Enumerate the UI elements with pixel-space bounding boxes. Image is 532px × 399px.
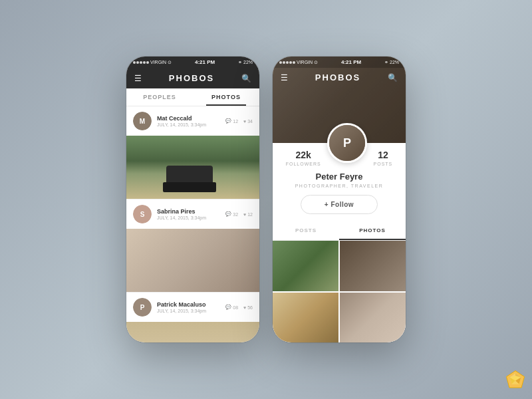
sketch-icon-wrap: [505, 370, 525, 392]
feed-header-3: P Patrick Macaluso JULY, 14, 2015, 3:34p…: [126, 293, 259, 322]
time-display-2: 4:21 PM: [341, 59, 361, 65]
photo-cell-4[interactable]: [340, 293, 406, 343]
comment-icon-2: 💬: [225, 211, 231, 217]
posts-count: 12: [374, 150, 393, 160]
navbar-2: ☰ PHOBOS 🔍: [273, 67, 406, 88]
feed-stats-3: 💬 08 ♥ 56: [225, 305, 253, 310]
feed: M Mat Ceccald JULY, 14, 2015, 3:34pm 💬 1…: [126, 106, 259, 342]
feed-image-cat: [126, 322, 259, 342]
profile-tabs: POSTS PHOTOS: [273, 222, 406, 241]
phones-container: VIRGIN ⊙ 4:21 PM ⚭ 22% ☰ PHOBOS 🔍 PEOPLE…: [126, 57, 406, 342]
tab-peoples[interactable]: PEOPLES: [126, 88, 193, 106]
feed-stats-1: 💬 12 ♥ 34: [225, 118, 253, 124]
carrier-label: VIRGIN: [150, 60, 166, 65]
like-count-1: 34: [247, 119, 253, 124]
like-count-2: 12: [247, 212, 253, 217]
avatar-3: P: [133, 298, 152, 317]
bluetooth-icon-2: ⚭: [384, 60, 388, 65]
feed-info-3: Patrick Macaluso JULY, 14, 2015, 3:34pm: [157, 301, 220, 313]
app-title-1: PHOBOS: [169, 73, 214, 83]
menu-icon-2[interactable]: ☰: [281, 73, 288, 82]
navbar-1: ☰ PHOBOS 🔍: [126, 68, 259, 88]
heart-icon-2: ♥: [243, 212, 246, 217]
battery-info-2: ⚭ 22%: [384, 60, 399, 65]
wifi-icon: ⊙: [168, 60, 172, 65]
comment-count-2: 32: [233, 212, 238, 217]
status-bar-1: VIRGIN ⊙ 4:21 PM ⚭ 22%: [126, 57, 259, 68]
comment-icon-3: 💬: [225, 305, 231, 310]
tab-photos-profile[interactable]: PHOTOS: [339, 222, 406, 240]
battery-info: ⚭ 22%: [238, 60, 253, 65]
comment-count-1: 12: [233, 119, 238, 124]
feed-header-1: M Mat Ceccald JULY, 14, 2015, 3:34pm 💬 1…: [126, 106, 259, 136]
battery-label-2: 22%: [390, 60, 399, 65]
feed-stats-2: 💬 32 ♥ 12: [225, 211, 253, 217]
feed-likes-1: ♥ 34: [243, 119, 253, 124]
wifi-icon-2: ⊙: [314, 60, 318, 65]
feed-item-3: P Patrick Macaluso JULY, 14, 2015, 3:34p…: [126, 293, 259, 342]
photo-cell-3[interactable]: [273, 293, 338, 343]
avatar-1: M: [133, 112, 152, 130]
like-count-3: 56: [247, 305, 253, 310]
profile-stats-row: 22k FOLLOWERS P 12 POSTS: [273, 143, 406, 166]
phone-feed: VIRGIN ⊙ 4:21 PM ⚭ 22% ☰ PHOBOS 🔍 PEOPLE…: [126, 57, 259, 342]
feed-comments-2: 💬 32: [225, 211, 238, 217]
tab-bar-1: PEOPLES PHOTOS: [126, 88, 259, 106]
phone-profile: VIRGIN ⊙ 4:21 PM ⚭ 22% ☰ PHOBOS 🔍: [273, 57, 406, 342]
carrier-label-2: VIRGIN: [297, 60, 313, 65]
feed-item-1: M Mat Ceccald JULY, 14, 2015, 3:34pm 💬 1…: [126, 106, 259, 200]
photo-grid: [273, 241, 406, 342]
feed-comments-1: 💬 12: [225, 118, 238, 124]
feed-likes-2: ♥ 12: [243, 212, 253, 217]
feed-item-2: S Sabrina Pires JULY, 14, 2015, 3:34pm 💬…: [126, 200, 259, 293]
app-title-2: PHOBOS: [315, 72, 360, 82]
feed-info-1: Mat Ceccald JULY, 14, 2015, 3:34pm: [157, 115, 220, 127]
feed-date-1: JULY, 14, 2015, 3:34pm: [157, 122, 220, 127]
feed-comments-3: 💬 08: [225, 305, 238, 310]
time-display: 4:21 PM: [195, 59, 215, 65]
posts-stat: 12 POSTS: [374, 150, 393, 166]
followers-count: 22k: [286, 150, 321, 160]
carrier-info-2: VIRGIN ⊙: [279, 60, 318, 65]
avatar-placeholder-3: P: [133, 298, 152, 317]
profile-avatar: P: [327, 123, 367, 163]
follow-button[interactable]: + Follow: [301, 195, 378, 214]
feed-date-3: JULY, 14, 2015, 3:34pm: [157, 309, 220, 313]
feed-info-2: Sabrina Pires JULY, 14, 2015, 3:34pm: [157, 208, 220, 220]
battery-label: 22%: [243, 60, 253, 65]
profile-name: Peter Feyre: [316, 172, 363, 182]
profile-avatar-initial: P: [329, 125, 365, 161]
posts-label: POSTS: [374, 162, 393, 166]
search-icon-2[interactable]: 🔍: [388, 73, 398, 82]
sketch-icon: [505, 370, 525, 390]
feed-name-3: Patrick Macaluso: [157, 301, 220, 308]
profile-content: 22k FOLLOWERS P 12 POSTS Peter Feyre PHO…: [273, 143, 406, 342]
bluetooth-icon: ⚭: [238, 60, 242, 65]
feed-name-1: Mat Ceccald: [157, 115, 220, 122]
feed-header-2: S Sabrina Pires JULY, 14, 2015, 3:34pm 💬…: [126, 200, 259, 229]
feed-image-watch: [126, 229, 259, 292]
status-bar-2: VIRGIN ⊙ 4:21 PM ⚭ 22%: [273, 57, 406, 68]
followers-stat: 22k FOLLOWERS: [286, 150, 321, 166]
avatar-placeholder-2: S: [133, 205, 152, 223]
signal-icon: [133, 61, 149, 64]
feed-image-jeep: [126, 136, 259, 199]
search-icon-1[interactable]: 🔍: [241, 74, 251, 83]
photo-cell-1[interactable]: [273, 241, 338, 291]
profile-avatar-wrap: P: [327, 123, 367, 163]
followers-label: FOLLOWERS: [286, 162, 321, 166]
tab-photos[interactable]: PHOTOS: [193, 88, 259, 106]
heart-icon-1: ♥: [243, 119, 246, 124]
comment-count-3: 08: [233, 305, 238, 310]
avatar-2: S: [133, 205, 152, 223]
signal-icon-2: [279, 61, 295, 64]
photo-cell-2[interactable]: [340, 241, 406, 291]
feed-likes-3: ♥ 56: [243, 305, 253, 310]
heart-icon-3: ♥: [243, 305, 246, 310]
tab-posts[interactable]: POSTS: [273, 222, 339, 240]
feed-name-2: Sabrina Pires: [157, 208, 220, 215]
profile-subtitle: PHOTOGRAPHER, TRAVELER: [295, 184, 384, 188]
feed-date-2: JULY, 14, 2015, 3:34pm: [157, 215, 220, 220]
menu-icon[interactable]: ☰: [134, 74, 142, 83]
comment-icon-1: 💬: [225, 118, 231, 124]
